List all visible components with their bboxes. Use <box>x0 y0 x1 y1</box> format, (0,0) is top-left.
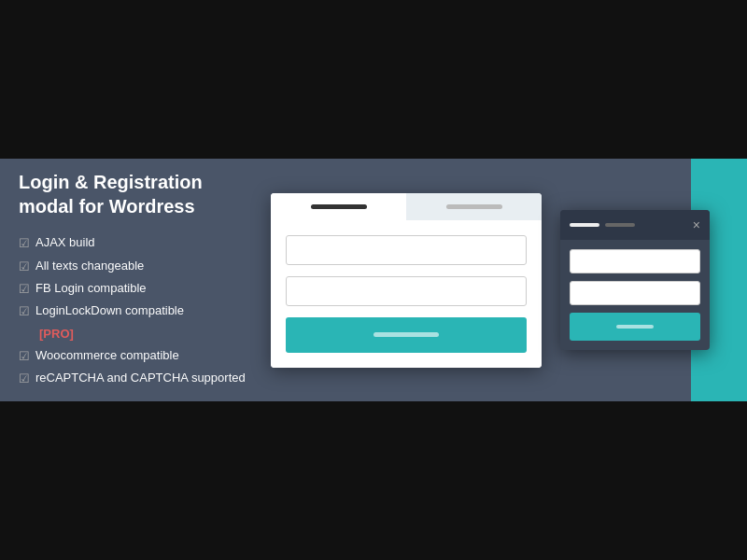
large-modal-preview <box>271 193 542 368</box>
list-item: ☑ FB Login compatible <box>19 277 252 300</box>
check-icon: ☑ <box>19 368 30 389</box>
small-login-button[interactable] <box>570 313 700 341</box>
large-tab-register[interactable] <box>406 193 542 220</box>
small-modal-header: × <box>560 210 710 240</box>
small-modal-tabs <box>570 223 635 227</box>
top-background <box>0 0 747 159</box>
check-icon: ☑ <box>19 278 30 300</box>
small-password-input[interactable] <box>570 281 700 305</box>
list-item: ☑ LoginLockDown compatible <box>19 300 252 322</box>
check-icon: ☑ <box>19 256 30 277</box>
list-item: ☑ AJAX build <box>19 231 252 254</box>
feature-text: Woocommerce compatible <box>35 344 179 366</box>
small-tab-inactive[interactable] <box>605 223 635 227</box>
main-section: Login & Registration modal for Wordress … <box>0 159 747 401</box>
large-modal-tabs <box>271 193 542 220</box>
button-bar <box>374 332 439 337</box>
feature-text: All texts changeable <box>35 255 144 276</box>
username-input[interactable] <box>286 235 527 265</box>
panel-title: Login & Registration modal for Wordress <box>19 170 252 218</box>
small-tab-active[interactable] <box>570 223 599 227</box>
feature-text: AJAX build <box>35 231 95 253</box>
pro-badge: [PRO] <box>39 323 74 344</box>
feature-text: reCAPTCHA and CAPTCHA supported <box>35 367 246 388</box>
login-button[interactable] <box>286 317 527 353</box>
check-icon: ☑ <box>19 345 30 367</box>
small-username-input[interactable] <box>570 249 700 273</box>
list-item: ☑ All texts changeable <box>19 255 252 277</box>
check-icon: ☑ <box>19 232 30 254</box>
list-item: ☑ Woocommerce compatible <box>19 344 252 367</box>
left-panel: Login & Registration modal for Wordress … <box>19 170 271 390</box>
feature-text: LoginLockDown compatible <box>35 300 184 321</box>
list-item: [PRO] <box>19 323 252 344</box>
large-tab-login[interactable] <box>271 193 406 220</box>
password-input[interactable] <box>286 276 527 306</box>
bottom-background <box>0 401 747 560</box>
tab-bar-active <box>311 204 367 209</box>
list-item: ☑ reCAPTCHA and CAPTCHA supported <box>19 367 252 389</box>
small-modal-preview: × <box>560 210 710 350</box>
feature-list: ☑ AJAX build ☑ All texts changeable ☑ FB… <box>19 231 252 390</box>
large-modal-body <box>271 220 542 368</box>
small-button-bar <box>616 325 654 329</box>
close-button[interactable]: × <box>693 217 700 232</box>
feature-text: FB Login compatible <box>35 277 147 299</box>
check-icon: ☑ <box>19 301 30 322</box>
small-modal-body <box>560 240 710 350</box>
tab-bar-inactive <box>446 204 502 209</box>
